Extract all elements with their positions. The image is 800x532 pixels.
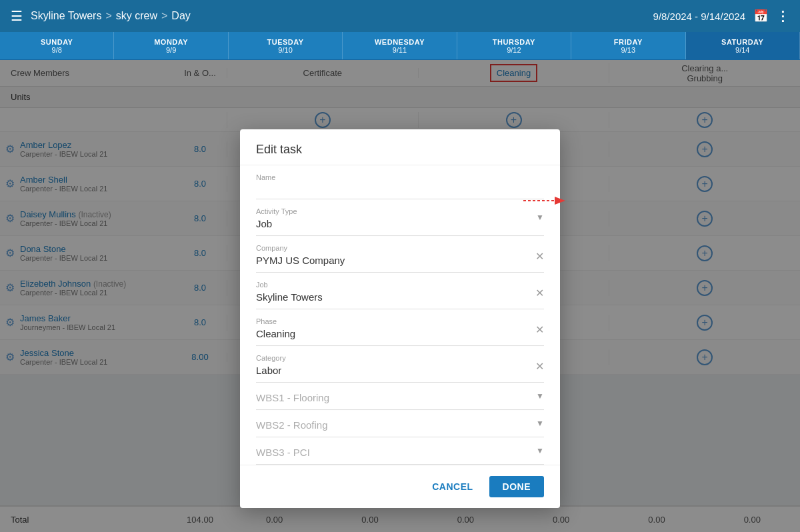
day-monday: MONDAY 9/9 [114,32,228,59]
phase-clear-icon[interactable]: ✕ [535,323,544,336]
company-field: Company PYMJ US Company ✕ [256,236,544,273]
day-wednesday: WEDNESDAY 9/11 [343,32,457,59]
job-label: Job [256,281,544,289]
app-header: ☰ Skyline Towers > sky crew > Day 9/8/20… [0,0,800,32]
wbs2-field: WBS2 - Roofing ▼ [256,410,544,437]
category-clear-icon[interactable]: ✕ [535,360,544,373]
company-value[interactable]: PYMJ US Company [256,253,544,269]
breadcrumb-sep-1: > [105,10,111,22]
date-range: 9/8/2024 - 9/14/2024 [653,11,745,22]
wbs3-field: WBS3 - PCI ▼ [256,437,544,465]
job-field: Job Skyline Towers ✕ [256,273,544,309]
day-thursday: THURSDAY 9/12 [457,32,571,59]
wbs3-dropdown-arrow[interactable]: ▼ [536,446,544,455]
category-field: Category Labor ✕ [256,346,544,383]
breadcrumb-crew[interactable]: sky crew [116,10,157,22]
day-tuesday: TUESDAY 9/10 [229,32,343,59]
company-clear-icon[interactable]: ✕ [535,250,544,263]
activity-type-field: Activity Type Job ▼ [256,199,544,236]
day-friday: FRIDAY 9/13 [571,32,685,59]
wbs1-dropdown-arrow[interactable]: ▼ [536,391,544,401]
category-label: Category [256,354,544,362]
breadcrumb-sep-2: > [161,10,167,22]
day-sunday: SUNDAY 9/8 [0,32,114,59]
breadcrumb: Skyline Towers > sky crew > Day [31,10,191,22]
phase-field: Phase Cleaning ✕ [256,309,544,346]
done-button[interactable]: DONE [489,476,544,497]
wbs1-value[interactable]: WBS1 - Flooring [256,391,544,407]
phase-value[interactable]: Cleaning [256,327,544,343]
modal-header: Edit task [240,129,560,165]
wbs3-value[interactable]: WBS3 - PCI [256,445,544,461]
phase-text: Cleaning [256,328,295,339]
breadcrumb-project[interactable]: Skyline Towers [31,10,101,22]
modal-body: Name Activity Type Job ▼ Company PYMJ US… [240,165,560,465]
day-header: SUNDAY 9/8 MONDAY 9/9 TUESDAY 9/10 WEDNE… [0,32,800,60]
wbs2-dropdown-arrow[interactable]: ▼ [536,419,544,428]
header-right: 9/8/2024 - 9/14/2024 📅 ⋮ [653,8,789,24]
name-value[interactable] [256,183,544,196]
name-field: Name [256,165,544,199]
activity-value[interactable]: Job [256,217,544,233]
breadcrumb-view[interactable]: Day [171,10,190,22]
wbs1-field: WBS1 - Flooring ▼ [256,383,544,410]
calendar-icon[interactable]: 📅 [753,9,768,23]
category-value[interactable]: Labor [256,363,544,379]
job-clear-icon[interactable]: ✕ [535,287,544,299]
modal-footer: CANCEL DONE [240,465,560,508]
activity-dropdown-arrow[interactable]: ▼ [536,213,544,222]
modal-title: Edit task [256,143,544,157]
cancel-button[interactable]: CANCEL [424,476,481,497]
company-label: Company [256,244,544,252]
wbs2-value[interactable]: WBS2 - Roofing [256,418,544,434]
header-left: ☰ Skyline Towers > sky crew > Day [11,8,191,24]
day-saturday: SATURDAY 9/14 [686,32,800,59]
name-label: Name [256,173,544,181]
activity-label: Activity Type [256,207,544,215]
edit-task-modal: Edit task Name Activity Type Job ▼ Compa… [240,129,560,508]
menu-icon[interactable]: ☰ [11,8,23,24]
more-options-icon[interactable]: ⋮ [776,8,789,24]
content-area: Crew Members In & O... Certificate Clean… [0,60,800,532]
phase-label: Phase [256,317,544,325]
job-value[interactable]: Skyline Towers [256,290,544,306]
